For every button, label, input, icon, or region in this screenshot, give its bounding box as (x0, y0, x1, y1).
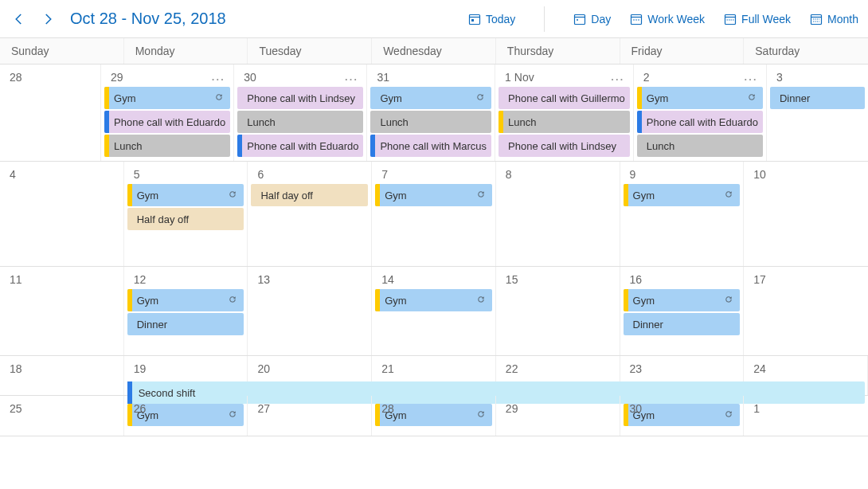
day-cell[interactable]: 1 Nov…Phone call with GuillermoLunchPhon… (495, 65, 634, 161)
calendar-event[interactable]: Phone call with Eduardo (237, 135, 363, 157)
day-cell[interactable]: 29…GymPhone call with EduardoLunch (101, 65, 234, 161)
calendar-event[interactable]: Half day off (251, 184, 368, 206)
day-cell[interactable]: 28 (372, 396, 496, 436)
calendar-event[interactable]: Gym (127, 184, 244, 206)
calendar-event[interactable]: Lunch (370, 111, 491, 133)
calendar-event[interactable]: Gym (624, 289, 741, 311)
month-view-button[interactable]: Month (810, 13, 858, 25)
date-number: 21 (375, 361, 492, 378)
day-cell[interactable]: 1 (744, 396, 868, 436)
day-cell[interactable]: 29 (496, 396, 620, 436)
day-header: Monday (124, 38, 248, 64)
week-row: 1112GymDinner1314Gym1516GymDinner17 (0, 267, 868, 356)
calendar-event[interactable]: Gym (104, 87, 230, 109)
calendar-event[interactable]: Gym (624, 184, 741, 206)
date-number: 6 (251, 166, 368, 184)
day-cell[interactable]: 30 (620, 396, 745, 436)
date-number: 31 (370, 69, 491, 87)
calendar-event[interactable]: Gym (370, 87, 491, 109)
event-label: Phone call with Lindsey (242, 92, 363, 104)
day-cell[interactable]: 26 (124, 396, 248, 436)
calendar-event[interactable]: Gym (637, 87, 763, 109)
more-events-button[interactable]: … (610, 72, 624, 82)
date-number: 26 (127, 401, 244, 418)
more-events-button[interactable]: … (210, 72, 224, 82)
date-number: 7 (375, 166, 492, 184)
date-number: 9 (624, 166, 741, 184)
calendar-event[interactable]: Gym (375, 184, 492, 206)
date-number: 29… (104, 69, 230, 87)
event-label: Half day off (132, 213, 244, 225)
fullweek-view-button[interactable]: Full Week (724, 13, 791, 25)
day-cell[interactable]: 7Gym (372, 162, 496, 266)
day-cell[interactable]: 27 (248, 396, 372, 436)
date-number: 27 (251, 401, 368, 418)
date-number: 15 (499, 272, 616, 289)
date-number: 18 (3, 361, 120, 378)
calendar-event[interactable]: Phone call with Eduardo (637, 111, 763, 133)
day-cell[interactable]: 16GymDinner (620, 267, 745, 355)
day-cell[interactable]: 6Half day off (248, 162, 372, 266)
date-number: 24 (747, 361, 864, 378)
calendar-today-icon (468, 13, 481, 25)
nav-arrows (10, 10, 57, 29)
day-cell[interactable]: 3Dinner (767, 65, 868, 161)
day-cell[interactable]: 5GymHalf day off (124, 162, 248, 266)
calendar-event[interactable]: Half day off (127, 208, 244, 230)
calendar-event[interactable]: Lunch (104, 135, 230, 157)
day-cell[interactable]: 12GymDinner (124, 267, 248, 355)
day-cell[interactable]: 11 (0, 267, 124, 355)
date-range-title[interactable]: Oct 28 - Nov 25, 2018 (70, 10, 226, 28)
calendar-event[interactable]: Phone call with Eduardo (104, 111, 230, 133)
calendar-event[interactable]: Lunch (237, 111, 363, 133)
calendar-fullweek-icon (724, 13, 737, 25)
calendar-event[interactable]: Gym (127, 289, 244, 311)
today-label: Today (486, 13, 515, 25)
day-view-button[interactable]: Day (573, 13, 611, 25)
day-cell[interactable]: 25 (0, 396, 124, 436)
more-events-button[interactable]: … (343, 72, 357, 82)
event-label: Dinner (628, 319, 741, 331)
svg-rect-14 (811, 14, 822, 24)
event-label: Gym (628, 295, 725, 307)
date-number: 4 (3, 166, 120, 184)
calendar-event[interactable]: Phone call with Lindsey (237, 87, 363, 109)
day-cell[interactable]: 18 (0, 356, 124, 395)
more-events-button[interactable]: … (743, 72, 757, 82)
day-cell[interactable]: 14Gym (372, 267, 496, 355)
day-cell[interactable]: 10 (744, 162, 868, 266)
event-label: Phone call with Marcus (375, 140, 491, 152)
event-label: Gym (628, 190, 725, 201)
date-number: 22 (499, 361, 616, 378)
day-cell[interactable]: 30…Phone call with LindseyLunchPhone cal… (234, 65, 367, 161)
workweek-view-button[interactable]: Work Week (630, 13, 705, 25)
day-cell[interactable]: 15 (496, 267, 620, 355)
calendar-event[interactable]: Dinner (127, 313, 244, 335)
day-cell[interactable]: 17 (744, 267, 868, 355)
date-number: 28 (375, 401, 492, 418)
day-cell[interactable]: 31GymLunchPhone call with Marcus (367, 65, 495, 161)
calendar-event[interactable]: Dinner (624, 313, 741, 335)
calendar-event[interactable]: Lunch (499, 111, 630, 133)
day-cell[interactable]: 8 (496, 162, 620, 266)
next-button[interactable] (38, 10, 57, 29)
event-label: Phone call with Eduardo (109, 116, 230, 128)
date-number: 17 (747, 272, 865, 289)
prev-button[interactable] (10, 10, 29, 29)
day-cell[interactable]: 4 (0, 162, 124, 266)
week-row: 2829…GymPhone call with EduardoLunch30…P… (0, 65, 868, 162)
day-cell[interactable]: 9Gym (620, 162, 745, 266)
today-button[interactable]: Today (468, 13, 515, 25)
calendar-event[interactable]: Dinner (770, 87, 865, 109)
day-cell[interactable]: 13 (248, 267, 372, 355)
day-cell[interactable]: 28 (0, 65, 101, 161)
day-cell[interactable]: 2…GymPhone call with EduardoLunch (634, 65, 767, 161)
date-number: 8 (499, 166, 616, 184)
calendar-event[interactable]: Lunch (637, 135, 763, 157)
date-number: 5 (127, 166, 244, 184)
calendar-event[interactable]: Phone call with Marcus (370, 135, 491, 157)
calendar-event[interactable]: Phone call with Lindsey (499, 135, 630, 157)
calendar-event[interactable]: Phone call with Guillermo (499, 87, 630, 109)
calendar-event[interactable]: Gym (375, 289, 492, 311)
event-label: Phone call with Eduardo (642, 116, 763, 128)
